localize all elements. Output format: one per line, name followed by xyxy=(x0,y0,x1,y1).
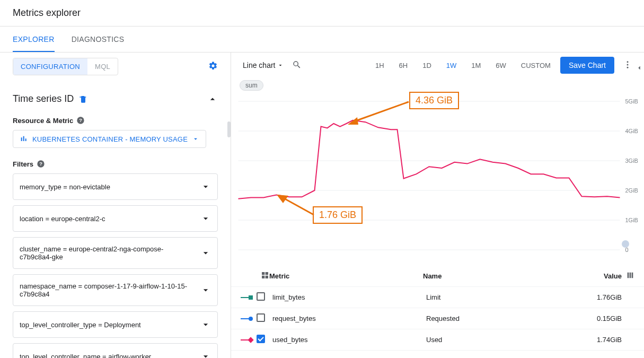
svg-text:15:15: 15:15 xyxy=(333,254,348,255)
column-settings-icon[interactable] xyxy=(622,271,634,281)
main-tabs: EXPLORER DIAGNOSTICS xyxy=(0,27,644,53)
legend-row[interactable]: used_bytes Used 1.74GiB xyxy=(231,329,644,351)
metric-chip[interactable]: KUBERNETES CONTAINER - MEMORY USAGE xyxy=(13,130,206,148)
series-swatch-icon xyxy=(241,339,251,340)
help-icon[interactable]: ? xyxy=(37,160,45,168)
svg-text:15:20: 15:20 xyxy=(396,254,411,255)
legend-col-metric[interactable]: Metric xyxy=(269,272,423,280)
filter-box[interactable]: location = europe-central2-c xyxy=(13,205,218,232)
legend-name: Limit xyxy=(426,293,579,301)
svg-line-26 xyxy=(354,102,409,121)
config-tabs: CONFIGURATION MQL xyxy=(13,58,118,75)
filter-box[interactable]: top_level_controller_name = airflow-work… xyxy=(13,343,218,358)
collapse-panel-icon[interactable] xyxy=(636,64,643,73)
range-handle[interactable] xyxy=(622,240,629,248)
range-6w[interactable]: 6W xyxy=(490,58,511,73)
series-swatch-icon xyxy=(241,318,251,319)
chart-svg: 5GiB 4GiB 3GiB 2GiB 1GiB 0 UTC+1 15:10 1… xyxy=(237,96,642,255)
more-icon[interactable] xyxy=(621,58,634,73)
chevron-down-icon xyxy=(200,181,211,192)
filter-box[interactable]: cluster_name = europe-central2-nga-compo… xyxy=(13,237,218,269)
svg-text:UTC+1: UTC+1 xyxy=(239,254,257,255)
panel-title: Time series ID xyxy=(13,93,74,104)
legend-value: 1.76GiB xyxy=(579,293,622,301)
filter-text: cluster_name = europe-central2-nga-compo… xyxy=(20,245,189,261)
legend-row[interactable]: request_bytes Requested 0.15GiB xyxy=(231,308,644,329)
filter-box[interactable]: namespace_name = composer-1-17-9-airflow… xyxy=(13,274,218,306)
legend-name: Used xyxy=(426,336,579,344)
columns-icon[interactable] xyxy=(257,271,269,281)
legend-col-value[interactable]: Value xyxy=(579,272,622,280)
svg-text:?: ? xyxy=(79,118,82,123)
chart[interactable]: 5GiB 4GiB 3GiB 2GiB 1GiB 0 UTC+1 15:10 1… xyxy=(231,91,644,266)
chevron-down-icon xyxy=(200,213,211,224)
range-1d[interactable]: 1D xyxy=(417,58,437,73)
legend-checkbox[interactable] xyxy=(257,292,265,301)
annotation-peak: 4.36 GiB xyxy=(409,92,459,109)
svg-point-5 xyxy=(627,64,629,65)
svg-text:1GiB: 1GiB xyxy=(625,217,638,223)
legend-col-name[interactable]: Name xyxy=(423,272,579,280)
dropdown-icon xyxy=(277,62,284,68)
tab-explorer[interactable]: EXPLORER xyxy=(13,27,55,52)
search-icon[interactable] xyxy=(292,60,302,71)
sidebar: CONFIGURATION MQL Time series ID xyxy=(0,53,231,358)
svg-text:?: ? xyxy=(39,161,42,167)
chart-type-selector[interactable]: Line chart xyxy=(241,59,286,72)
range-1w[interactable]: 1W xyxy=(441,58,462,73)
svg-text:5GiB: 5GiB xyxy=(625,98,638,104)
dropdown-icon xyxy=(192,135,199,143)
svg-text:4GiB: 4GiB xyxy=(625,128,638,134)
chevron-down-icon xyxy=(200,319,211,330)
svg-text:15:25: 15:25 xyxy=(460,254,475,255)
filter-text: top_level_controller_name = airflow-work… xyxy=(20,353,151,359)
page-title: Metrics explorer xyxy=(0,0,644,27)
filter-text: top_level_controller_type = Deployment xyxy=(20,321,141,329)
filter-box[interactable]: top_level_controller_type = Deployment xyxy=(13,311,218,338)
chevron-down-icon xyxy=(200,351,211,358)
annotation-base: 1.76 GiB xyxy=(313,206,363,224)
aggregation-pill[interactable]: sum xyxy=(240,80,263,91)
arrow-icon xyxy=(277,193,319,219)
svg-text:2GiB: 2GiB xyxy=(625,187,638,194)
series-swatch-icon xyxy=(241,297,251,298)
legend-checkbox[interactable] xyxy=(257,313,265,322)
tab-diagnostics[interactable]: DIAGNOSTICS xyxy=(72,27,125,52)
trash-icon[interactable] xyxy=(79,95,87,103)
svg-point-6 xyxy=(627,66,629,68)
range-6h[interactable]: 6H xyxy=(394,58,413,73)
range-1m[interactable]: 1M xyxy=(466,58,486,73)
legend-checkbox[interactable] xyxy=(257,335,265,343)
help-icon[interactable]: ? xyxy=(76,116,85,125)
svg-marker-27 xyxy=(348,117,358,125)
collapse-icon[interactable] xyxy=(207,94,218,104)
filter-text: memory_type = non-evictable xyxy=(20,183,110,191)
resource-metric-label: Resource & Metric xyxy=(13,117,73,125)
svg-text:15:35: 15:35 xyxy=(587,254,602,255)
legend-header: Metric Name Value xyxy=(231,266,644,287)
arrow-icon xyxy=(348,99,411,126)
gear-icon[interactable] xyxy=(206,59,220,74)
legend-row[interactable]: limit_bytes Limit 1.76GiB xyxy=(231,287,644,308)
chevron-down-icon xyxy=(200,285,211,295)
chart-type-label: Line chart xyxy=(243,61,275,69)
range-custom[interactable]: CUSTOM xyxy=(516,58,556,73)
svg-line-28 xyxy=(283,198,314,215)
filter-text: namespace_name = composer-1-17-9-airflow… xyxy=(20,282,189,298)
legend-value: 1.74GiB xyxy=(579,336,622,344)
legend-value: 0.15GiB xyxy=(579,315,622,322)
metric-chip-label: KUBERNETES CONTAINER - MEMORY USAGE xyxy=(32,135,188,143)
svg-text:3GiB: 3GiB xyxy=(625,158,638,164)
config-tab-configuration[interactable]: CONFIGURATION xyxy=(13,58,87,75)
legend-metric: request_bytes xyxy=(272,315,426,322)
legend-metric: limit_bytes xyxy=(272,293,426,301)
save-chart-button[interactable]: Save Chart xyxy=(560,57,614,74)
config-tab-mql[interactable]: MQL xyxy=(87,58,118,75)
svg-point-4 xyxy=(627,61,629,63)
legend-name: Requested xyxy=(426,315,579,322)
filter-box[interactable]: memory_type = non-evictable xyxy=(13,173,218,200)
filter-text: location = europe-central2-c xyxy=(20,215,105,223)
scrollbar-handle[interactable] xyxy=(227,121,231,137)
filters-label: Filters xyxy=(13,160,33,168)
range-1h[interactable]: 1H xyxy=(370,58,390,73)
